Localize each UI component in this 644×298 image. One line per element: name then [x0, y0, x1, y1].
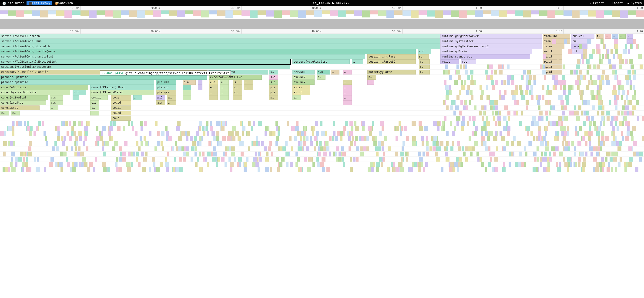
flame-frame[interactable]: [433, 121, 437, 126]
flame-frame[interactable]: [491, 70, 493, 75]
flame-frame[interactable]: [598, 106, 602, 110]
flame-frame[interactable]: [610, 121, 612, 126]
flame-frame[interactable]: [230, 162, 234, 167]
flame-frame[interactable]: [355, 136, 358, 141]
flame-frame[interactable]: [629, 157, 632, 162]
flame-frame[interactable]: [545, 131, 547, 136]
flame-frame[interactable]: [524, 162, 526, 167]
flamegraph[interactable]: server.(*Server).onConnruntime.gcBgMarkW…: [0, 34, 644, 172]
flame-frame[interactable]: [526, 80, 528, 85]
flame-frame[interactable]: [304, 126, 306, 131]
flame-frame[interactable]: [10, 162, 12, 167]
flame-frame[interactable]: [498, 121, 501, 126]
flame-frame[interactable]: [491, 75, 493, 80]
flame-frame[interactable]: [222, 121, 225, 126]
flame-frame[interactable]: [607, 49, 609, 54]
flame-frame[interactable]: [511, 90, 514, 95]
flame-frame[interactable]: [601, 116, 605, 121]
flame-frame[interactable]: [508, 162, 511, 167]
flame-frame[interactable]: a…r: [156, 100, 165, 105]
flame-frame[interactable]: [42, 121, 44, 126]
flame-frame[interactable]: [228, 157, 231, 162]
flame-frame[interactable]: [624, 100, 626, 105]
flame-frame[interactable]: [383, 152, 385, 156]
flame-frame[interactable]: [110, 121, 112, 126]
flame-frame[interactable]: [276, 121, 278, 126]
flame-frame[interactable]: [546, 116, 548, 121]
flame-frame[interactable]: [376, 167, 379, 172]
flame-frame[interactable]: [374, 141, 377, 146]
flame-frame[interactable]: [329, 152, 331, 156]
flame-frame[interactable]: [461, 80, 463, 85]
flame-frame[interactable]: [543, 65, 545, 69]
flame-frame[interactable]: [520, 90, 523, 95]
flame-frame[interactable]: [565, 95, 568, 100]
flame-frame[interactable]: [585, 141, 588, 146]
flame-frame[interactable]: [314, 136, 317, 141]
flame-frame[interactable]: [52, 146, 55, 151]
flame-frame[interactable]: [476, 152, 479, 156]
flame-frame[interactable]: p…s: [269, 90, 278, 95]
flame-frame[interactable]: [178, 136, 182, 141]
flame-frame[interactable]: [93, 167, 96, 172]
flame-frame[interactable]: [61, 136, 63, 141]
flame-frame[interactable]: [256, 136, 258, 141]
flame-frame[interactable]: server.(*clientConn).handleStmt: [0, 54, 365, 59]
flame-frame[interactable]: [562, 141, 564, 146]
flame-frame[interactable]: [194, 136, 197, 141]
flame-frame[interactable]: [543, 167, 546, 172]
flame-frame[interactable]: [182, 146, 184, 151]
flame-frame[interactable]: [199, 152, 201, 156]
flame-frame[interactable]: [84, 162, 88, 167]
flame-frame[interactable]: [116, 167, 118, 172]
flame-frame[interactable]: [600, 100, 602, 105]
flame-frame[interactable]: [487, 136, 490, 141]
flame-frame[interactable]: [144, 121, 147, 126]
flame-frame[interactable]: [452, 141, 454, 146]
flame-frame[interactable]: [462, 116, 464, 121]
flame-frame[interactable]: [336, 146, 339, 151]
flame-frame[interactable]: [557, 59, 559, 64]
flame-frame[interactable]: [493, 136, 497, 141]
flame-frame[interactable]: session.(*session).ExecuteStmt: [0, 65, 290, 69]
flame-frame[interactable]: [533, 75, 536, 80]
flame-frame[interactable]: [58, 131, 60, 136]
flame-frame[interactable]: [586, 70, 589, 75]
flame-frame[interactable]: [464, 80, 466, 85]
flame-frame[interactable]: s…c: [269, 80, 278, 85]
flame-frame[interactable]: [344, 126, 346, 131]
flame-frame[interactable]: [486, 121, 490, 126]
flame-frame[interactable]: [216, 131, 219, 136]
flame-frame[interactable]: [299, 131, 301, 136]
flame-frame[interactable]: [555, 121, 558, 126]
flame-frame[interactable]: [519, 85, 522, 90]
flame-frame[interactable]: [639, 152, 643, 156]
flame-frame[interactable]: [382, 126, 384, 131]
flame-frame[interactable]: [71, 146, 73, 151]
flame-frame[interactable]: [116, 157, 118, 162]
flame-frame[interactable]: c…: [11, 111, 20, 116]
flame-frame[interactable]: [360, 152, 364, 156]
flame-frame[interactable]: [354, 141, 356, 146]
flame-frame[interactable]: [69, 121, 71, 126]
flame-frame[interactable]: …: [220, 90, 229, 95]
flame-frame[interactable]: [480, 85, 482, 90]
flame-frame[interactable]: [507, 75, 511, 80]
flame-frame[interactable]: [131, 121, 133, 126]
flame-frame[interactable]: [548, 111, 551, 116]
flame-frame[interactable]: [489, 152, 492, 156]
flame-frame[interactable]: [15, 157, 18, 162]
flame-frame[interactable]: [455, 106, 459, 110]
flame-frame[interactable]: [570, 111, 574, 116]
flame-frame[interactable]: [216, 121, 220, 126]
flame-frame[interactable]: [136, 157, 138, 162]
flame-frame[interactable]: [589, 126, 591, 131]
flame-frame[interactable]: …: [331, 70, 340, 75]
flame-frame[interactable]: [372, 162, 375, 167]
flame-frame[interactable]: [350, 167, 353, 172]
flame-frame[interactable]: s…c: [418, 49, 431, 54]
flame-frame[interactable]: [12, 121, 14, 126]
flame-frame[interactable]: [208, 141, 211, 146]
flame-frame[interactable]: [258, 121, 262, 126]
flame-frame[interactable]: [466, 90, 469, 95]
